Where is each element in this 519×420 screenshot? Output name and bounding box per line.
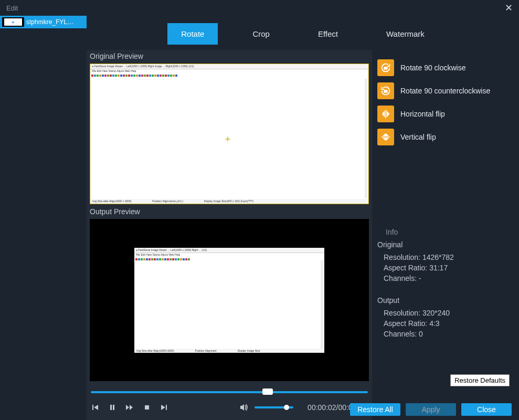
hflip-button[interactable]: Horizontal flip xyxy=(377,106,514,122)
rotate-ccw-label: Rotate 90 counterclockwise xyxy=(400,87,490,95)
info-original-title: Original xyxy=(377,240,514,249)
volume-control xyxy=(240,403,293,412)
output-preview-label: Output Preview xyxy=(87,205,372,218)
volume-thumb[interactable] xyxy=(284,405,289,410)
restore-all-button[interactable]: Restore All xyxy=(350,403,400,416)
edit-window: Edit ✕ stphmkre_FYL… Rotate Crop Effect … xyxy=(0,0,519,420)
info-output-channels: Channels: 0 xyxy=(377,329,514,339)
vflip-icon xyxy=(377,129,394,145)
right-panel: 90 Rotate 90 clockwise 90 Rotate 90 coun… xyxy=(372,50,519,420)
preview-scrollbar xyxy=(365,79,367,198)
file-name: stphmkre_FYL… xyxy=(26,18,73,26)
original-preview[interactable]: ● FastStone Image Viewer ... Left(1000 x… xyxy=(90,64,369,204)
rotate-cw-icon: 90 xyxy=(377,59,394,76)
output-preview: ● FastStone Image Viewer ... Left(1000 x… xyxy=(134,248,324,353)
crosshair-icon: ＋ xyxy=(223,132,232,145)
file-thumbnail xyxy=(2,17,24,27)
preview-app-canvas: ＋ xyxy=(91,79,364,198)
playback-controls: 00:00:02/00:00:03 xyxy=(87,399,372,416)
svg-rect-7 xyxy=(385,110,386,119)
prev-icon[interactable] xyxy=(92,404,99,411)
body: stphmkre_FYL… Rotate Crop Effect Waterma… xyxy=(0,16,519,420)
info-output-aspect: Aspect Ratio: 4:3 xyxy=(377,318,514,329)
info-original: Original Resolution: 1426*782 Aspect Rat… xyxy=(377,240,514,284)
tab-crop[interactable]: Crop xyxy=(239,23,283,45)
rotate-ccw-button[interactable]: 90 Rotate 90 counterclockwise xyxy=(377,82,514,99)
rotate-cw-button[interactable]: 90 Rotate 90 clockwise xyxy=(377,59,514,76)
preview-app-statusbar: Img Size after Align(1000 × 1000)Positio… xyxy=(90,199,368,204)
fast-forward-icon[interactable] xyxy=(125,404,134,411)
timeline-thumb[interactable] xyxy=(262,388,273,395)
svg-text:90: 90 xyxy=(384,67,387,70)
output-preview-holder: ● FastStone Image Viewer ... Left(1000 x… xyxy=(90,219,369,381)
svg-rect-4 xyxy=(166,405,167,410)
rotate-cw-label: Rotate 90 clockwise xyxy=(400,64,466,72)
hflip-label: Horizontal flip xyxy=(400,110,445,118)
previews: Original Preview ● FastStone Image Viewe… xyxy=(87,50,372,420)
pause-icon[interactable] xyxy=(109,404,116,411)
tabs: Rotate Crop Effect Watermark xyxy=(87,16,519,50)
timeline[interactable] xyxy=(91,388,368,396)
hflip-icon xyxy=(377,106,394,122)
info-block: Info Original Resolution: 1426*782 Aspec… xyxy=(377,223,514,352)
timeline-track xyxy=(91,391,368,393)
apply-button[interactable]: Apply xyxy=(406,403,456,416)
preview-app-titlebar: ● FastStone Image Viewer ... Left(1000 x… xyxy=(90,64,368,69)
vflip-label: Vertical flip xyxy=(400,133,436,141)
main: Rotate Crop Effect Watermark Original Pr… xyxy=(87,16,519,420)
svg-text:90: 90 xyxy=(384,90,387,93)
info-original-aspect: Aspect Ratio: 31:17 xyxy=(377,262,514,273)
info-header: Info xyxy=(386,228,514,236)
tab-watermark[interactable]: Watermark xyxy=(373,23,438,45)
svg-rect-1 xyxy=(110,405,112,410)
file-list-item[interactable]: stphmkre_FYL… xyxy=(0,16,87,28)
tab-rotate[interactable]: Rotate xyxy=(167,23,218,45)
content: Original Preview ● FastStone Image Viewe… xyxy=(87,50,519,420)
info-original-resolution: Resolution: 1426*782 xyxy=(377,252,514,262)
restore-defaults-button[interactable]: Restore Defaults xyxy=(450,374,510,386)
preview-app-toolbar xyxy=(90,74,368,78)
info-output: Output Resolution: 320*240 Aspect Ratio:… xyxy=(377,296,514,339)
tab-effect[interactable]: Effect xyxy=(304,23,352,45)
vflip-button[interactable]: Vertical flip xyxy=(377,129,514,145)
volume-icon[interactable] xyxy=(240,403,249,412)
info-original-channels: Channels: - xyxy=(377,273,514,284)
info-output-title: Output xyxy=(377,296,514,304)
next-icon[interactable] xyxy=(160,404,167,411)
info-output-resolution: Resolution: 320*240 xyxy=(377,308,514,318)
window-title: Edit xyxy=(6,4,18,12)
preview-app-menu: File Edit View Stamp Adjust Web Help xyxy=(90,69,368,74)
original-preview-label: Original Preview xyxy=(87,50,372,62)
volume-slider[interactable] xyxy=(255,406,293,408)
svg-rect-2 xyxy=(113,405,114,410)
footer: Restore All Apply Close xyxy=(350,403,512,416)
titlebar: Edit ✕ xyxy=(0,0,519,16)
rotate-ccw-icon: 90 xyxy=(377,82,394,99)
svg-rect-3 xyxy=(145,405,149,410)
close-button[interactable]: Close xyxy=(461,403,512,416)
svg-rect-8 xyxy=(382,136,390,137)
sidebar: stphmkre_FYL… xyxy=(0,16,87,420)
svg-rect-0 xyxy=(92,405,93,410)
stop-icon[interactable] xyxy=(143,404,151,411)
close-icon[interactable]: ✕ xyxy=(505,2,513,14)
